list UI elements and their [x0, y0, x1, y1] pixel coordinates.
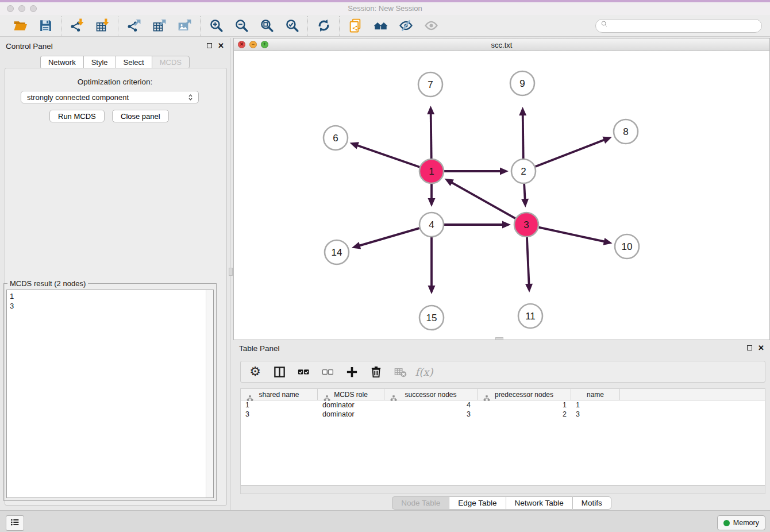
- cell-predecessor-nodes[interactable]: 2: [478, 410, 571, 419]
- network-graph[interactable]: 1234678910111415: [234, 51, 769, 340]
- graph-node-label-14: 14: [332, 247, 342, 258]
- run-mcds-button[interactable]: Run MCDS: [49, 110, 105, 122]
- graph-edge-3-11[interactable]: [527, 237, 529, 285]
- cell-MCDS-role[interactable]: dominator: [318, 400, 384, 410]
- search-input[interactable]: [611, 21, 757, 30]
- refresh-button[interactable]: [315, 17, 332, 34]
- zoom-fit-button[interactable]: [258, 17, 275, 34]
- graph-edge-2-3[interactable]: [524, 184, 525, 200]
- graph-arrowhead: [428, 286, 436, 294]
- tab-edge-table[interactable]: Edge Table: [449, 496, 505, 510]
- table-body: 1dominator4113dominator323: [241, 400, 765, 419]
- function-button[interactable]: f(x): [417, 364, 432, 379]
- cell-name[interactable]: 3: [571, 410, 620, 419]
- table-row[interactable]: 3dominator323: [241, 410, 765, 419]
- graph-edge-2-8[interactable]: [536, 140, 605, 167]
- optimization-criterion-select[interactable]: strongly connected component: [21, 91, 199, 103]
- tab-motifs[interactable]: Motifs: [572, 496, 611, 510]
- memory-button[interactable]: Memory: [717, 515, 765, 530]
- graph-edge-1-7[interactable]: [431, 113, 432, 159]
- import-network-icon: [70, 18, 84, 33]
- hide-selected-button[interactable]: [397, 17, 414, 34]
- tab-network[interactable]: Network: [40, 56, 83, 69]
- mcds-result-text[interactable]: 1 3: [6, 290, 214, 498]
- clone-network-button[interactable]: [346, 17, 364, 34]
- export-network-button[interactable]: [125, 17, 143, 34]
- cell-predecessor-nodes[interactable]: 1: [478, 400, 571, 410]
- network-canvas[interactable]: 1234678910111415: [234, 51, 769, 340]
- save-button[interactable]: [37, 17, 54, 34]
- graph-node-label-4: 4: [429, 219, 434, 230]
- close-table-panel-icon[interactable]: ✕: [758, 344, 764, 352]
- network-window-titlebar[interactable]: ✕ − + scc.txt: [234, 38, 769, 51]
- tab-node-table[interactable]: Node Table: [392, 496, 449, 510]
- column-header-shared-name[interactable]: shared name: [241, 389, 318, 400]
- deselect-all-icon: [321, 365, 334, 379]
- tab-select[interactable]: Select: [116, 56, 152, 69]
- toolbar-group: [61, 17, 118, 34]
- table-scrollbar-track[interactable]: [240, 485, 765, 494]
- tab-network-table[interactable]: Network Table: [506, 496, 572, 510]
- column-header-predecessor-nodes[interactable]: predecessor nodes: [478, 389, 571, 400]
- column-header-MCDS-role[interactable]: MCDS role: [318, 389, 384, 400]
- tab-mcds[interactable]: MCDS: [152, 56, 190, 69]
- clone-network-icon: [348, 18, 363, 33]
- graph-node-label-2: 2: [521, 166, 526, 177]
- app-title-bar: Session: New Session: [0, 0, 770, 16]
- export-network-icon: [127, 18, 141, 33]
- column-label: shared name: [259, 391, 299, 399]
- export-table-button[interactable]: [151, 17, 168, 34]
- delete-table-button[interactable]: [392, 364, 407, 379]
- column-header-successor-nodes[interactable]: successor nodes: [384, 389, 478, 400]
- import-table-button[interactable]: [94, 17, 111, 34]
- cell-successor-nodes[interactable]: 4: [384, 400, 478, 410]
- table-panel-tabs: Node TableEdge TableNetwork TableMotifs: [233, 496, 770, 510]
- panel-split-handle[interactable]: [229, 268, 233, 276]
- cell-shared-name[interactable]: 1: [241, 400, 318, 410]
- export-image-button[interactable]: [176, 17, 193, 34]
- float-panel-icon[interactable]: [207, 43, 212, 48]
- zoom-in-button[interactable]: [207, 17, 225, 34]
- column-label: MCDS role: [334, 391, 368, 399]
- cell-MCDS-role[interactable]: dominator: [318, 410, 384, 419]
- open-folder-button[interactable]: [11, 17, 29, 34]
- app-title: Session: New Session: [0, 4, 770, 13]
- graph-arrowhead: [519, 107, 526, 115]
- import-network-button[interactable]: [68, 17, 86, 34]
- close-panel-icon[interactable]: ✕: [218, 42, 224, 49]
- columns-button[interactable]: [272, 364, 287, 379]
- mcds-result-scrollbar[interactable]: [206, 290, 213, 498]
- graph-edge-3-10[interactable]: [538, 228, 605, 242]
- task-history-button[interactable]: [6, 515, 24, 531]
- graph-node-label-6: 6: [333, 133, 338, 144]
- column-header-name[interactable]: name: [571, 389, 620, 400]
- graph-edge-3-1[interactable]: [451, 182, 515, 218]
- add-button[interactable]: [344, 364, 359, 379]
- graph-node-label-9: 9: [519, 78, 525, 89]
- graph-arrowhead: [603, 238, 613, 245]
- zoom-selected-button[interactable]: [283, 17, 301, 34]
- graph-edge-1-6[interactable]: [357, 145, 419, 167]
- home-button[interactable]: [372, 17, 389, 34]
- toolbar-group: [308, 17, 339, 34]
- cell-name[interactable]: 1: [571, 400, 620, 410]
- close-panel-button[interactable]: Close panel: [112, 110, 169, 122]
- float-table-panel-icon[interactable]: [747, 345, 752, 350]
- tab-style[interactable]: Style: [83, 56, 116, 69]
- columns-icon: [273, 365, 286, 379]
- graph-edge-4-14[interactable]: [359, 228, 419, 246]
- cell-successor-nodes[interactable]: 3: [384, 410, 478, 419]
- gear-button[interactable]: ⚙: [248, 364, 263, 379]
- table-row[interactable]: 1dominator411: [241, 400, 765, 410]
- deselect-all-button[interactable]: [320, 364, 335, 379]
- trash-button[interactable]: [368, 364, 383, 379]
- open-folder-icon: [13, 18, 28, 33]
- graph-edge-2-9[interactable]: [523, 114, 523, 159]
- toolbar-group: [201, 17, 307, 34]
- zoom-out-button[interactable]: [233, 17, 250, 34]
- select-all-button[interactable]: [296, 364, 311, 379]
- graph-arrowhead: [502, 221, 511, 229]
- show-all-button[interactable]: [422, 17, 440, 34]
- search-box[interactable]: [595, 19, 762, 33]
- cell-shared-name[interactable]: 3: [241, 410, 318, 419]
